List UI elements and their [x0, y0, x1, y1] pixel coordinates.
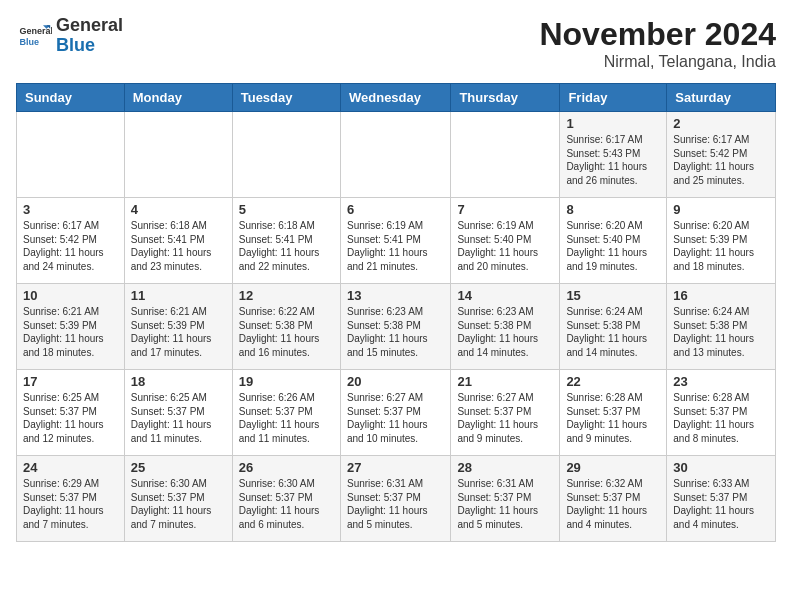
day-number: 2 — [673, 116, 769, 131]
calendar-cell: 1Sunrise: 6:17 AM Sunset: 5:43 PM Daylig… — [560, 112, 667, 198]
logo: General Blue General Blue — [16, 16, 123, 56]
calendar-cell: 5Sunrise: 6:18 AM Sunset: 5:41 PM Daylig… — [232, 198, 340, 284]
day-number: 27 — [347, 460, 444, 475]
day-number: 18 — [131, 374, 226, 389]
weekday-friday: Friday — [560, 84, 667, 112]
day-number: 16 — [673, 288, 769, 303]
calendar-cell: 10Sunrise: 6:21 AM Sunset: 5:39 PM Dayli… — [17, 284, 125, 370]
weekday-wednesday: Wednesday — [340, 84, 450, 112]
day-info: Sunrise: 6:21 AM Sunset: 5:39 PM Dayligh… — [23, 305, 118, 359]
calendar-cell: 4Sunrise: 6:18 AM Sunset: 5:41 PM Daylig… — [124, 198, 232, 284]
day-number: 7 — [457, 202, 553, 217]
day-number: 8 — [566, 202, 660, 217]
day-number: 15 — [566, 288, 660, 303]
day-info: Sunrise: 6:24 AM Sunset: 5:38 PM Dayligh… — [566, 305, 660, 359]
weekday-header-row: SundayMondayTuesdayWednesdayThursdayFrid… — [17, 84, 776, 112]
day-number: 11 — [131, 288, 226, 303]
calendar-cell: 7Sunrise: 6:19 AM Sunset: 5:40 PM Daylig… — [451, 198, 560, 284]
calendar-cell: 27Sunrise: 6:31 AM Sunset: 5:37 PM Dayli… — [340, 456, 450, 542]
calendar-cell: 18Sunrise: 6:25 AM Sunset: 5:37 PM Dayli… — [124, 370, 232, 456]
calendar-cell: 21Sunrise: 6:27 AM Sunset: 5:37 PM Dayli… — [451, 370, 560, 456]
day-info: Sunrise: 6:30 AM Sunset: 5:37 PM Dayligh… — [239, 477, 334, 531]
calendar-cell: 11Sunrise: 6:21 AM Sunset: 5:39 PM Dayli… — [124, 284, 232, 370]
calendar-cell — [17, 112, 125, 198]
day-info: Sunrise: 6:32 AM Sunset: 5:37 PM Dayligh… — [566, 477, 660, 531]
day-number: 3 — [23, 202, 118, 217]
page-header: General Blue General Blue November 2024 … — [16, 16, 776, 71]
day-info: Sunrise: 6:29 AM Sunset: 5:37 PM Dayligh… — [23, 477, 118, 531]
week-row-1: 1Sunrise: 6:17 AM Sunset: 5:43 PM Daylig… — [17, 112, 776, 198]
calendar-cell: 14Sunrise: 6:23 AM Sunset: 5:38 PM Dayli… — [451, 284, 560, 370]
day-info: Sunrise: 6:21 AM Sunset: 5:39 PM Dayligh… — [131, 305, 226, 359]
calendar-cell: 9Sunrise: 6:20 AM Sunset: 5:39 PM Daylig… — [667, 198, 776, 284]
day-info: Sunrise: 6:20 AM Sunset: 5:39 PM Dayligh… — [673, 219, 769, 273]
day-number: 12 — [239, 288, 334, 303]
day-info: Sunrise: 6:31 AM Sunset: 5:37 PM Dayligh… — [347, 477, 444, 531]
day-info: Sunrise: 6:24 AM Sunset: 5:38 PM Dayligh… — [673, 305, 769, 359]
day-info: Sunrise: 6:20 AM Sunset: 5:40 PM Dayligh… — [566, 219, 660, 273]
day-number: 23 — [673, 374, 769, 389]
week-row-4: 17Sunrise: 6:25 AM Sunset: 5:37 PM Dayli… — [17, 370, 776, 456]
day-info: Sunrise: 6:27 AM Sunset: 5:37 PM Dayligh… — [457, 391, 553, 445]
day-number: 20 — [347, 374, 444, 389]
calendar-cell: 3Sunrise: 6:17 AM Sunset: 5:42 PM Daylig… — [17, 198, 125, 284]
day-info: Sunrise: 6:26 AM Sunset: 5:37 PM Dayligh… — [239, 391, 334, 445]
day-info: Sunrise: 6:28 AM Sunset: 5:37 PM Dayligh… — [673, 391, 769, 445]
day-info: Sunrise: 6:22 AM Sunset: 5:38 PM Dayligh… — [239, 305, 334, 359]
day-info: Sunrise: 6:23 AM Sunset: 5:38 PM Dayligh… — [457, 305, 553, 359]
calendar-cell: 25Sunrise: 6:30 AM Sunset: 5:37 PM Dayli… — [124, 456, 232, 542]
calendar-table: SundayMondayTuesdayWednesdayThursdayFrid… — [16, 83, 776, 542]
day-number: 19 — [239, 374, 334, 389]
day-number: 6 — [347, 202, 444, 217]
day-number: 17 — [23, 374, 118, 389]
svg-text:Blue: Blue — [20, 37, 40, 47]
logo-text: General Blue — [56, 16, 123, 56]
day-number: 22 — [566, 374, 660, 389]
day-info: Sunrise: 6:18 AM Sunset: 5:41 PM Dayligh… — [131, 219, 226, 273]
calendar-cell: 2Sunrise: 6:17 AM Sunset: 5:42 PM Daylig… — [667, 112, 776, 198]
calendar-cell: 30Sunrise: 6:33 AM Sunset: 5:37 PM Dayli… — [667, 456, 776, 542]
day-info: Sunrise: 6:30 AM Sunset: 5:37 PM Dayligh… — [131, 477, 226, 531]
calendar-cell: 28Sunrise: 6:31 AM Sunset: 5:37 PM Dayli… — [451, 456, 560, 542]
day-info: Sunrise: 6:25 AM Sunset: 5:37 PM Dayligh… — [23, 391, 118, 445]
day-number: 5 — [239, 202, 334, 217]
calendar-body: 1Sunrise: 6:17 AM Sunset: 5:43 PM Daylig… — [17, 112, 776, 542]
day-info: Sunrise: 6:19 AM Sunset: 5:40 PM Dayligh… — [457, 219, 553, 273]
week-row-5: 24Sunrise: 6:29 AM Sunset: 5:37 PM Dayli… — [17, 456, 776, 542]
week-row-2: 3Sunrise: 6:17 AM Sunset: 5:42 PM Daylig… — [17, 198, 776, 284]
weekday-monday: Monday — [124, 84, 232, 112]
day-number: 4 — [131, 202, 226, 217]
calendar-cell: 26Sunrise: 6:30 AM Sunset: 5:37 PM Dayli… — [232, 456, 340, 542]
title-block: November 2024 Nirmal, Telangana, India — [539, 16, 776, 71]
location: Nirmal, Telangana, India — [539, 53, 776, 71]
day-info: Sunrise: 6:18 AM Sunset: 5:41 PM Dayligh… — [239, 219, 334, 273]
day-info: Sunrise: 6:23 AM Sunset: 5:38 PM Dayligh… — [347, 305, 444, 359]
calendar-cell: 13Sunrise: 6:23 AM Sunset: 5:38 PM Dayli… — [340, 284, 450, 370]
weekday-thursday: Thursday — [451, 84, 560, 112]
day-info: Sunrise: 6:17 AM Sunset: 5:42 PM Dayligh… — [673, 133, 769, 187]
calendar-cell — [340, 112, 450, 198]
month-title: November 2024 — [539, 16, 776, 53]
day-info: Sunrise: 6:28 AM Sunset: 5:37 PM Dayligh… — [566, 391, 660, 445]
calendar-cell — [451, 112, 560, 198]
calendar-cell: 24Sunrise: 6:29 AM Sunset: 5:37 PM Dayli… — [17, 456, 125, 542]
calendar-cell: 15Sunrise: 6:24 AM Sunset: 5:38 PM Dayli… — [560, 284, 667, 370]
day-number: 14 — [457, 288, 553, 303]
day-number: 28 — [457, 460, 553, 475]
calendar-cell: 22Sunrise: 6:28 AM Sunset: 5:37 PM Dayli… — [560, 370, 667, 456]
day-number: 21 — [457, 374, 553, 389]
day-info: Sunrise: 6:17 AM Sunset: 5:43 PM Dayligh… — [566, 133, 660, 187]
weekday-sunday: Sunday — [17, 84, 125, 112]
day-number: 30 — [673, 460, 769, 475]
calendar-cell: 6Sunrise: 6:19 AM Sunset: 5:41 PM Daylig… — [340, 198, 450, 284]
logo-icon: General Blue — [16, 18, 52, 54]
calendar-cell — [124, 112, 232, 198]
day-info: Sunrise: 6:19 AM Sunset: 5:41 PM Dayligh… — [347, 219, 444, 273]
day-number: 26 — [239, 460, 334, 475]
day-info: Sunrise: 6:33 AM Sunset: 5:37 PM Dayligh… — [673, 477, 769, 531]
day-info: Sunrise: 6:31 AM Sunset: 5:37 PM Dayligh… — [457, 477, 553, 531]
day-number: 24 — [23, 460, 118, 475]
calendar-cell: 19Sunrise: 6:26 AM Sunset: 5:37 PM Dayli… — [232, 370, 340, 456]
week-row-3: 10Sunrise: 6:21 AM Sunset: 5:39 PM Dayli… — [17, 284, 776, 370]
weekday-tuesday: Tuesday — [232, 84, 340, 112]
